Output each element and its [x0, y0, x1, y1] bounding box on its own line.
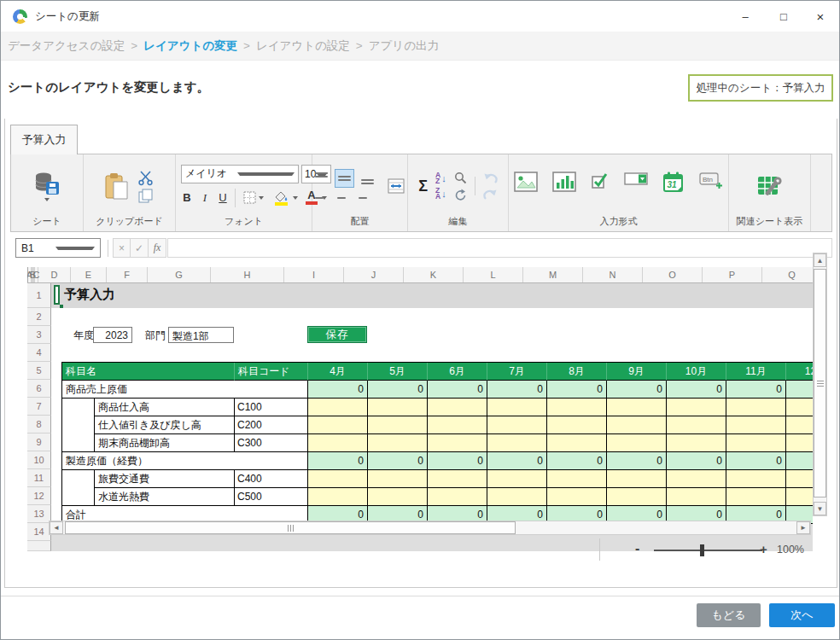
column-header-G[interactable]: G: [148, 267, 211, 282]
column-header-F[interactable]: F: [107, 267, 148, 282]
value-cell-month-1[interactable]: 0: [308, 381, 368, 399]
copy-icon[interactable]: [138, 189, 153, 203]
input-cell-month-5[interactable]: [547, 399, 607, 416]
align-center-button[interactable]: [335, 192, 347, 204]
dropdown-input-icon[interactable]: [624, 172, 648, 186]
vertical-scrollbar[interactable]: ▲ ▼: [813, 253, 827, 516]
zoom-in-button[interactable]: +: [760, 542, 767, 556]
selected-cell-b1[interactable]: [54, 285, 60, 305]
row-name-cell[interactable]: 水道光熱費: [95, 488, 235, 506]
value-cell-month-3[interactable]: 0: [428, 381, 487, 399]
row-header-7[interactable]: 7: [27, 398, 51, 416]
align-top-button[interactable]: [315, 172, 328, 184]
input-cell-month-8[interactable]: [726, 399, 786, 416]
sort-descending-button[interactable]: ZA ↓: [435, 188, 446, 200]
value-cell-month-6[interactable]: 0: [607, 381, 667, 399]
formula-cancel-button[interactable]: ×: [113, 238, 131, 258]
cell-reference-box[interactable]: B1: [15, 238, 101, 258]
input-cell-month-9[interactable]: [786, 488, 813, 506]
value-cell-month-2[interactable]: 0: [368, 452, 428, 470]
header-cell-month-5[interactable]: 8月: [547, 363, 607, 381]
input-cell-month-6[interactable]: [607, 470, 667, 488]
input-cell-month-2[interactable]: [368, 470, 428, 488]
fill-color-button[interactable]: [271, 189, 290, 207]
insert-function-button[interactable]: fx: [149, 238, 166, 258]
row-header-5[interactable]: 5: [27, 362, 51, 380]
input-cell-month-9[interactable]: [786, 470, 813, 488]
align-middle-button-selected[interactable]: [335, 169, 354, 188]
tab-budget-input[interactable]: 予算入力: [10, 125, 78, 154]
horizontal-scrollbar-thumb[interactable]: [65, 521, 516, 534]
sheet-row-1[interactable]: 予算入力: [51, 283, 813, 308]
row-header-14[interactable]: 14: [27, 523, 51, 541]
row-name-cell[interactable]: 商品売上原価: [62, 381, 308, 399]
row-header-3[interactable]: 3: [27, 326, 51, 344]
column-header-L[interactable]: L: [464, 267, 523, 282]
header-cell-month-8[interactable]: 11月: [726, 363, 786, 381]
sheet-row-2[interactable]: [51, 308, 813, 326]
column-header-M[interactable]: M: [523, 267, 583, 282]
input-cell-month-3[interactable]: [428, 488, 487, 506]
breadcrumb-item-1[interactable]: レイアウトの変更: [143, 38, 237, 54]
sheet-database-icon[interactable]: [33, 172, 61, 197]
scroll-right-icon[interactable]: ►: [796, 521, 810, 534]
value-cell-month-9[interactable]: 0: [786, 381, 813, 399]
value-cell-month-4[interactable]: 0: [487, 452, 547, 470]
input-cell-month-7[interactable]: [667, 488, 726, 506]
input-cell-month-1[interactable]: [308, 470, 368, 488]
back-button[interactable]: もどる: [697, 603, 761, 627]
next-button[interactable]: 次へ: [769, 603, 835, 627]
input-cell-month-8[interactable]: [726, 488, 786, 506]
row-name-cell[interactable]: 旅費交通費: [95, 470, 235, 488]
value-cell-month-6[interactable]: 0: [607, 452, 667, 470]
input-cell-month-6[interactable]: [607, 399, 667, 416]
sheet-dropdown-caret[interactable]: [44, 198, 50, 201]
input-cell-month-3[interactable]: [428, 416, 487, 434]
row-header-9[interactable]: 9: [27, 433, 51, 451]
input-cell-month-7[interactable]: [667, 434, 726, 452]
chart-input-icon[interactable]: [552, 172, 576, 192]
row-name-cell[interactable]: 仕入値引き及び戻し高: [95, 416, 235, 434]
font-name-select[interactable]: メイリオ: [181, 165, 299, 183]
bold-button[interactable]: B: [181, 191, 193, 204]
calendar-input-icon[interactable]: 31: [662, 172, 685, 194]
value-cell-month-7[interactable]: 0: [667, 452, 726, 470]
row-header-13[interactable]: 13: [27, 505, 51, 523]
input-cell-month-1[interactable]: [308, 434, 368, 452]
header-cell-month-7[interactable]: 10月: [667, 363, 726, 381]
input-cell-month-9[interactable]: [786, 416, 813, 434]
dept-field[interactable]: 製造1部: [168, 327, 234, 343]
input-cell-month-6[interactable]: [607, 434, 667, 452]
indent-strip-cell[interactable]: [62, 399, 95, 416]
value-cell-month-5[interactable]: 0: [547, 381, 607, 399]
value-cell-month-1[interactable]: 0: [308, 452, 368, 470]
sheet-row-3[interactable]: 年度 2023 部門 製造1部 保存: [51, 326, 813, 344]
input-cell-month-8[interactable]: [726, 470, 786, 488]
formula-input[interactable]: [167, 238, 832, 258]
autosum-button[interactable]: Σ: [418, 177, 428, 195]
selection-fill-handle[interactable]: [60, 305, 63, 308]
input-cell-month-2[interactable]: [368, 399, 428, 416]
input-cell-month-1[interactable]: [308, 488, 368, 506]
input-cell-month-4[interactable]: [487, 488, 547, 506]
input-cell-month-6[interactable]: [607, 416, 667, 434]
row-name-cell[interactable]: 期末商品棚卸高: [95, 434, 235, 452]
column-header-H[interactable]: H: [211, 267, 284, 282]
input-cell-month-9[interactable]: [786, 399, 813, 416]
input-cell-month-3[interactable]: [428, 470, 487, 488]
input-cell-month-8[interactable]: [726, 434, 786, 452]
input-cell-month-5[interactable]: [547, 488, 607, 506]
input-cell-month-2[interactable]: [368, 434, 428, 452]
column-header-K[interactable]: K: [404, 267, 464, 282]
input-cell-month-4[interactable]: [487, 470, 547, 488]
save-button[interactable]: 保存: [307, 326, 367, 343]
indent-strip-cell[interactable]: [62, 416, 95, 434]
vertical-scrollbar-thumb[interactable]: [814, 269, 826, 497]
align-bottom-button[interactable]: [361, 172, 374, 184]
header-cell-month-4[interactable]: 7月: [487, 363, 547, 381]
header-cell-name[interactable]: 科目名: [62, 363, 235, 381]
indent-strip-cell[interactable]: [62, 434, 95, 452]
input-cell-month-7[interactable]: [667, 399, 726, 416]
input-cell-month-5[interactable]: [547, 470, 607, 488]
input-cell-month-7[interactable]: [667, 470, 726, 488]
